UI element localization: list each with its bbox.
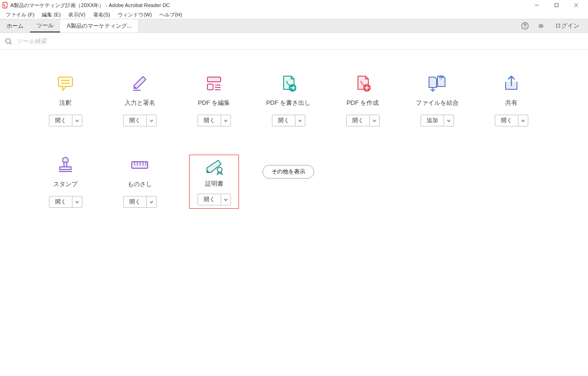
window-title: A製品のマーケティング計画（20XX年） - Adobe Acrobat Rea…	[10, 2, 170, 9]
tool-exportpdf-open-button[interactable]: 開く	[272, 115, 305, 126]
caret-down-icon[interactable]	[72, 196, 82, 207]
svg-point-30	[217, 167, 222, 172]
tool-label: 証明書	[205, 180, 223, 188]
menu-help[interactable]: ヘルプ(H)	[156, 11, 186, 18]
tool-createpdf-open-button[interactable]: 開く	[346, 115, 380, 126]
tool-stamp[interactable]: スタンプ 開く	[28, 155, 103, 208]
menu-sign[interactable]: 署名(S)	[89, 11, 114, 18]
svg-rect-2	[555, 4, 558, 7]
tab-tools[interactable]: ツール	[30, 19, 60, 32]
caret-down-icon[interactable]	[221, 194, 230, 205]
help-icon[interactable]	[520, 21, 530, 31]
combine-files-icon	[420, 73, 454, 94]
tools-search-input[interactable]	[16, 38, 157, 45]
menu-edit[interactable]: 編集 (E)	[38, 11, 64, 18]
tool-label: スタンプ	[53, 180, 78, 188]
window-controls	[527, 0, 586, 10]
tab-strip: ホーム ツール A製品のマーケティング... ログイン	[0, 19, 588, 33]
title-bar: A製品のマーケティング計画（20XX年） - Adobe Acrobat Rea…	[0, 0, 588, 10]
svg-rect-0	[3, 2, 7, 8]
notification-bell-icon[interactable]	[536, 21, 546, 31]
tab-document[interactable]: A製品のマーケティング...	[60, 19, 139, 32]
caret-down-icon[interactable]	[147, 115, 156, 126]
tool-certificates[interactable]: 証明書 開く	[177, 155, 251, 209]
tool-label: ものさし	[127, 180, 152, 188]
tool-combine-files[interactable]: ファイルを結合 追加	[400, 73, 474, 126]
tools-grid: 注釈 開く 入力と署名 開く PDF を編集 開く	[0, 50, 588, 260]
export-pdf-icon	[271, 73, 305, 94]
stamp-icon	[48, 155, 82, 175]
caret-down-icon[interactable]	[518, 115, 528, 126]
svg-point-6	[524, 27, 525, 28]
svg-rect-22	[60, 167, 71, 170]
comment-icon	[48, 73, 82, 94]
svg-rect-21	[64, 162, 67, 167]
svg-rect-14	[207, 84, 213, 90]
search-icon	[5, 38, 12, 45]
tool-fill-sign[interactable]: 入力と署名 開く	[103, 73, 177, 126]
create-pdf-icon	[346, 73, 380, 94]
menu-bar: ファイル (F) 編集 (E) 表示(V) 署名(S) ウィンドウ(W) ヘルプ…	[0, 10, 588, 19]
svg-line-8	[10, 43, 12, 45]
menu-file[interactable]: ファイル (F)	[2, 11, 38, 18]
menu-window[interactable]: ウィンドウ(W)	[114, 11, 156, 18]
login-link[interactable]: ログイン	[552, 22, 582, 30]
tool-stamp-open-button[interactable]: 開く	[49, 196, 82, 208]
tool-label: PDF を作成	[347, 99, 379, 107]
tool-export-pdf[interactable]: PDF を書き出し 開く	[251, 73, 326, 126]
acrobat-app-icon	[2, 2, 8, 8]
svg-point-7	[6, 39, 10, 43]
tool-share-open-button[interactable]: 開く	[495, 115, 528, 126]
certificate-icon	[197, 158, 231, 176]
tool-measure-open-button[interactable]: 開く	[123, 196, 157, 208]
show-more-button[interactable]: その他を表示	[262, 165, 314, 179]
minimize-button[interactable]	[527, 0, 547, 10]
menu-view[interactable]: 表示(V)	[64, 11, 89, 18]
caret-down-icon[interactable]	[295, 115, 305, 126]
tool-label: ファイルを結合	[416, 99, 459, 107]
caret-down-icon[interactable]	[147, 196, 156, 207]
tool-editpdf-open-button[interactable]: 開く	[198, 115, 231, 126]
svg-rect-13	[207, 77, 221, 82]
tool-measure[interactable]: ものさし 開く	[103, 155, 177, 208]
tool-comment-open-button[interactable]: 開く	[49, 115, 82, 126]
share-icon	[494, 73, 528, 94]
tool-fillsign-open-button[interactable]: 開く	[123, 115, 157, 126]
caret-down-icon[interactable]	[444, 115, 453, 126]
ruler-icon	[123, 155, 157, 175]
tool-comment[interactable]: 注釈 開く	[28, 73, 103, 126]
tool-label: 注釈	[59, 99, 72, 107]
tool-create-pdf[interactable]: PDF を作成 開く	[326, 73, 400, 126]
tool-edit-pdf[interactable]: PDF を編集 開く	[177, 73, 251, 126]
svg-rect-24	[132, 162, 148, 168]
tab-home[interactable]: ホーム	[0, 19, 30, 32]
edit-pdf-icon	[197, 73, 231, 94]
caret-down-icon[interactable]	[221, 115, 230, 126]
caret-down-icon[interactable]	[72, 115, 82, 126]
tool-share[interactable]: 共有 開く	[474, 73, 548, 126]
caret-down-icon[interactable]	[370, 115, 379, 126]
maximize-button[interactable]	[547, 0, 566, 10]
close-button[interactable]	[566, 0, 586, 10]
tool-combine-add-button[interactable]: 追加	[421, 115, 454, 126]
svg-rect-9	[58, 77, 72, 86]
tool-label: 共有	[505, 99, 517, 107]
tool-label: PDF を書き出し	[266, 99, 311, 107]
show-more-wrap: その他を表示	[251, 155, 326, 179]
tools-search-bar	[0, 33, 588, 50]
tool-label: 入力と署名	[125, 99, 155, 107]
tool-certificate-open-button[interactable]: 開く	[198, 194, 231, 205]
fill-sign-icon	[123, 73, 157, 94]
tool-label: PDF を編集	[198, 99, 230, 107]
